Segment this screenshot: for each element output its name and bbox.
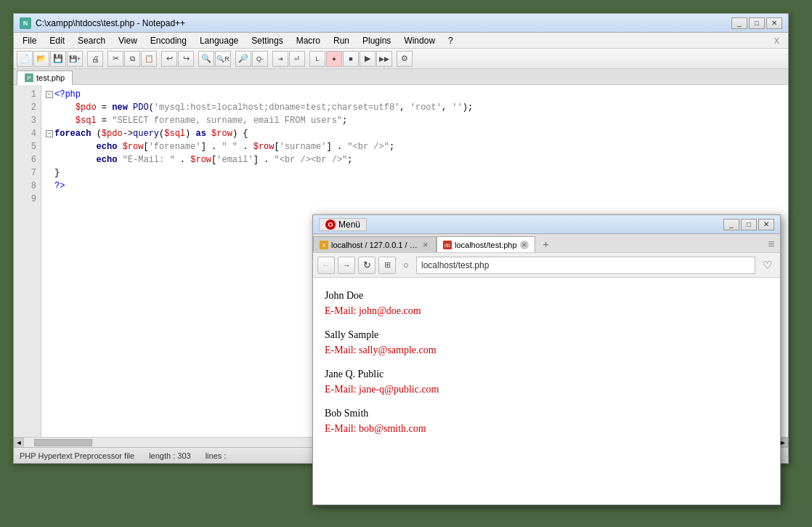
line-num-9: 9 — [14, 193, 41, 206]
menu-window[interactable]: Window — [398, 34, 441, 47]
tb-macro-play[interactable]: ▶ — [360, 51, 375, 67]
tb-lang[interactable]: L — [309, 51, 325, 67]
menu-search[interactable]: Search — [72, 34, 111, 47]
status-lines: lines : — [206, 451, 227, 460]
scroll-left-btn[interactable]: ◄ — [14, 438, 24, 448]
tab-label: test.php — [36, 73, 65, 82]
npp-titlebar-controls: _ □ ✕ — [731, 17, 782, 29]
tab-close-1[interactable]: ✕ — [421, 241, 430, 249]
new-tab-button[interactable]: + — [538, 236, 554, 252]
browser-titlebar-controls: _ □ ✕ — [723, 219, 774, 230]
tb-settings[interactable]: ⚙ — [397, 51, 413, 67]
npp-icon: N — [20, 17, 31, 29]
tb-run[interactable]: ▶▶ — [376, 51, 392, 67]
tb-find[interactable]: 🔍 — [198, 51, 214, 67]
browser-maximize-button[interactable]: □ — [741, 219, 757, 230]
browser-menu-button[interactable]: O Menü — [319, 218, 367, 231]
menu-close-x[interactable]: X — [768, 35, 785, 47]
nav-heart-button[interactable]: ♡ — [758, 257, 776, 274]
browser-extension-btn[interactable]: ≡ — [763, 236, 780, 252]
tb-save-all[interactable]: 💾+ — [67, 51, 83, 67]
browser-minimize-button[interactable]: _ — [723, 219, 739, 230]
tb-undo[interactable]: ↩ — [161, 51, 177, 67]
browser-tab-icon-2: db — [443, 241, 452, 249]
code-line-6: echo "E-Mail: " . $row['email'] . "<br /… — [46, 153, 784, 166]
npp-maximize-button[interactable]: □ — [749, 17, 765, 29]
browser-content: John Doe E-Mail: john@doe.com Sally Samp… — [313, 278, 780, 455]
browser-tabbar: X localhost / 127.0.0.1 / test ✕ db loca… — [313, 234, 780, 253]
tab-label-2: localhost/test.php — [455, 241, 517, 249]
person-name-2: Sally Sample — [325, 327, 768, 342]
tb-word-wrap[interactable]: ⏎ — [289, 51, 305, 67]
tb-print[interactable]: 🖨 — [87, 51, 103, 67]
tb-save[interactable]: 💾 — [50, 51, 66, 67]
npp-close-button[interactable]: ✕ — [766, 17, 782, 29]
tb-find-replace[interactable]: 🔍R — [215, 51, 231, 67]
browser-navbar: ← → ↻ ⊞ ○ localhost/test.php ♡ — [313, 253, 780, 278]
menu-run[interactable]: Run — [328, 34, 355, 47]
code-line-4: − foreach ($pdo->query($sql) as $row) { — [46, 127, 784, 140]
browser-window: O Menü _ □ ✕ X localhost / 127.0.0.1 / t… — [312, 214, 781, 505]
line-num-7: 7 — [14, 166, 41, 180]
person-email-4: E-Mail: bob@smith.com — [325, 421, 768, 436]
menu-settings[interactable]: Settings — [245, 34, 288, 47]
code-line-8: ?> — [46, 180, 784, 193]
line-num-3: 3 — [14, 114, 41, 127]
person-name-1: John Doe — [325, 288, 768, 303]
nav-forward-button[interactable]: → — [338, 257, 355, 274]
code-line-3: $sql = "SELECT forename, surname, email … — [46, 114, 784, 127]
nav-refresh-button[interactable]: ↻ — [358, 257, 375, 274]
browser-tab-localhost[interactable]: X localhost / 127.0.0.1 / test ✕ — [313, 236, 437, 252]
tb-paste[interactable]: 📋 — [141, 51, 157, 67]
browser-tab-testphp[interactable]: db localhost/test.php ✕ — [437, 236, 535, 252]
menu-help[interactable]: ? — [442, 34, 459, 47]
line-num-4: 4 — [14, 127, 41, 140]
fold-icon-1[interactable]: − — [46, 91, 53, 98]
status-filetype: PHP Hypertext Preprocessor file — [20, 451, 134, 460]
code-line-2: $pdo = new PDO('mysql:host=localhost;dbn… — [46, 101, 784, 114]
tb-zoom-in[interactable]: 🔎 — [235, 51, 251, 67]
tb-cut[interactable]: ✂ — [107, 51, 123, 67]
menu-language[interactable]: Language — [194, 34, 244, 47]
person-block-1: John Doe E-Mail: john@doe.com — [325, 288, 768, 318]
person-email-3: E-Mail: jane-q@public.com — [325, 382, 768, 397]
menu-macro[interactable]: Macro — [291, 34, 326, 47]
browser-titlebar: O Menü _ □ ✕ — [313, 215, 780, 234]
npp-titlebar: N C:\xampp\htdocs\test.php - Notepad++ _… — [14, 14, 788, 33]
fold-icon-4[interactable]: − — [46, 130, 53, 137]
tb-new[interactable]: 📄 — [17, 51, 33, 67]
scroll-thumb-h[interactable] — [34, 439, 92, 446]
npp-toolbar: 📄 📂 💾 💾+ 🖨 ✂ ⧉ 📋 ↩ ↪ 🔍 🔍R 🔎 Q- ⇥ ⏎ L ● ■… — [14, 49, 788, 69]
npp-minimize-button[interactable]: _ — [731, 17, 747, 29]
browser-tab-icon-1: X — [320, 241, 328, 249]
tab-label-1: localhost / 127.0.0.1 / test — [331, 241, 418, 249]
tb-macro-stop[interactable]: ■ — [343, 51, 359, 67]
tab-close-2[interactable]: ✕ — [520, 241, 529, 249]
person-name-4: Bob Smith — [325, 406, 768, 421]
menu-edit[interactable]: Edit — [44, 34, 70, 47]
tb-copy[interactable]: ⧉ — [124, 51, 140, 67]
tb-indent[interactable]: ⇥ — [272, 51, 288, 67]
tab-test-php[interactable]: P test.php — [17, 71, 73, 85]
browser-close-button[interactable]: ✕ — [758, 219, 774, 230]
person-block-2: Sally Sample E-Mail: sally@sample.com — [325, 327, 768, 358]
menu-file[interactable]: File — [17, 34, 42, 47]
menu-view[interactable]: View — [113, 34, 143, 47]
nav-grid-button[interactable]: ⊞ — [378, 257, 396, 274]
tb-zoom-out[interactable]: Q- — [252, 51, 268, 67]
person-block-3: Jane Q. Public E-Mail: jane-q@public.com — [325, 366, 768, 397]
person-email-1: E-Mail: john@doe.com — [325, 303, 768, 318]
svg-text:X: X — [322, 242, 326, 249]
nav-url-bar[interactable]: localhost/test.php — [416, 257, 755, 274]
tb-open[interactable]: 📂 — [33, 51, 49, 67]
tb-macro-record[interactable]: ● — [326, 51, 342, 67]
nav-back-button[interactable]: ← — [317, 257, 335, 274]
npp-menubar: File Edit Search View Encoding Language … — [14, 33, 788, 49]
menu-plugins[interactable]: Plugins — [357, 34, 397, 47]
nav-secure-icon: ○ — [399, 257, 413, 274]
person-name-3: Jane Q. Public — [325, 366, 768, 382]
code-line-1: − <?php — [46, 88, 784, 101]
person-block-4: Bob Smith E-Mail: bob@smith.com — [325, 406, 768, 436]
tb-redo[interactable]: ↪ — [178, 51, 194, 67]
menu-encoding[interactable]: Encoding — [145, 34, 192, 47]
